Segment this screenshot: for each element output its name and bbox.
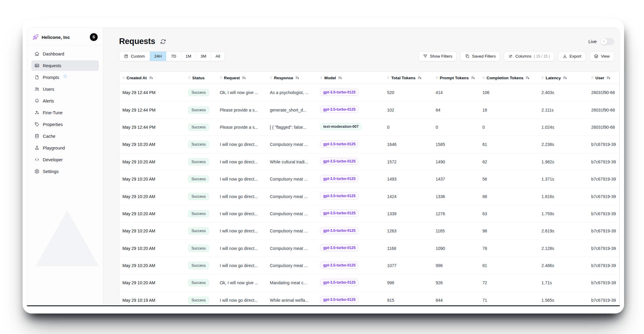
cell-total-tokens: 998 [384, 280, 433, 285]
drag-handle-icon[interactable]: ⠿ [436, 76, 438, 80]
show-filters-button[interactable]: Show Filters [418, 51, 457, 61]
column-header-request[interactable]: ⠿Request [217, 76, 267, 80]
cell-response: Compulsory meat ... [267, 142, 317, 147]
drag-handle-icon[interactable]: ⠿ [270, 76, 272, 80]
sidebar-item-users[interactable]: Users [31, 84, 99, 94]
table-row[interactable]: May 29 10:20 AMSuccessOk, I will now giv… [119, 274, 619, 291]
sidebar-divider [27, 45, 103, 46]
refresh-icon[interactable] [160, 39, 166, 45]
time-range-24h[interactable]: 24H [150, 52, 166, 61]
table-row[interactable]: May 29 12:44 PMSuccessPlease provide a s… [119, 101, 619, 118]
table-row[interactable]: May 29 10:20 AMSuccessI will now go dire… [119, 188, 619, 205]
column-header-status[interactable]: ⠿Status [185, 76, 217, 80]
sidebar-item-requests[interactable]: Requests [31, 60, 99, 71]
sort-icon[interactable] [242, 76, 246, 80]
drag-handle-icon[interactable]: ⠿ [591, 76, 593, 80]
column-header-user[interactable]: ⠿User [588, 76, 619, 80]
cell-status: Success [185, 193, 217, 200]
sort-icon[interactable] [338, 76, 343, 80]
cell-created-at: May 29 10:20 AM [119, 159, 185, 164]
export-button[interactable]: Export [558, 51, 586, 61]
column-header-completion-tokens[interactable]: ⠿Completion Tokens [479, 76, 538, 80]
time-range-7d[interactable]: 7D [166, 52, 181, 61]
drag-handle-icon[interactable]: ⠿ [320, 76, 322, 80]
column-header-model[interactable]: ⠿Model [317, 76, 384, 80]
cell-status: Success [185, 158, 217, 165]
table-row[interactable]: May 29 10:19 AMSuccessI will now go dire… [119, 292, 619, 305]
column-header-response[interactable]: ⠿Response [267, 76, 317, 80]
saved-filters-button[interactable]: Saved Filters [460, 51, 500, 61]
cell-latency: 2.111s [538, 108, 588, 112]
live-toggle[interactable] [600, 38, 614, 45]
table-row[interactable]: May 29 10:20 AMSuccessI will now go dire… [119, 136, 619, 153]
cell-completion-tokens: 72 [479, 280, 538, 285]
cell-user: b7c67919-39 [588, 246, 619, 251]
cell-created-at: May 29 10:20 AM [119, 228, 185, 233]
sort-icon[interactable] [149, 76, 153, 80]
time-range-1m[interactable]: 1M [181, 52, 196, 61]
sort-icon[interactable] [563, 76, 567, 80]
sidebar-item-developer[interactable]: Developer [31, 154, 99, 165]
time-range-all[interactable]: All [211, 52, 225, 61]
drag-handle-icon[interactable]: ⠿ [122, 76, 125, 80]
table-row[interactable]: May 29 12:44 PMSuccessPlease provide a s… [119, 119, 619, 136]
sidebar-item-settings[interactable]: Settings [31, 166, 99, 177]
column-header-created-at[interactable]: ⠿Created At [119, 76, 185, 80]
page-title: Requests [119, 37, 155, 46]
time-range-3m[interactable]: 3M [196, 52, 211, 61]
cell-response: As a psychologist, ... [267, 90, 317, 95]
sort-icon[interactable] [606, 76, 611, 80]
column-label: Created At [127, 76, 147, 80]
table-row[interactable]: May 29 12:44 PMSuccessOk, I will now giv… [119, 84, 619, 101]
cell-prompt-tokens: 1437 [433, 177, 479, 181]
cell-response: Compulsory meat ... [267, 211, 317, 216]
table-row[interactable]: May 29 10:20 AMSuccessI will now go dire… [119, 171, 619, 188]
button-label: View [601, 54, 610, 58]
sort-icon[interactable] [471, 76, 475, 80]
sort-icon[interactable] [526, 76, 530, 80]
table-row[interactable]: May 29 10:20 AMSuccessI will now go dire… [119, 205, 619, 222]
table-row[interactable]: May 29 10:20 AMSuccessI will now go dire… [119, 240, 619, 257]
cell-model: gpt-3.5-turbo-0125 [317, 227, 384, 235]
drag-handle-icon[interactable]: ⠿ [220, 76, 222, 80]
user-avatar[interactable]: S [90, 33, 98, 41]
database-icon [34, 134, 39, 139]
org-name[interactable]: Helicone, Inc [42, 35, 70, 40]
cell-user: b7c67919-39 [588, 263, 619, 268]
sidebar-item-properties[interactable]: Properties [31, 119, 99, 130]
cell-user: b7c67919-39 [588, 177, 619, 181]
column-header-prompt-tokens[interactable]: ⠿Prompt Tokens [433, 76, 479, 80]
column-header-latency[interactable]: ⠿Latency [538, 76, 588, 80]
cell-prompt-tokens: 0 [433, 125, 479, 130]
status-badge: Success [188, 124, 209, 131]
sidebar-item-dashboard[interactable]: Dashboard [31, 49, 99, 59]
sidebar-item-cache[interactable]: Cache [31, 131, 99, 141]
table-row[interactable]: May 29 10:20 AMSuccessI will now go dire… [119, 257, 619, 274]
sidebar-item-prompts[interactable]: Prompts [31, 72, 99, 83]
column-header-total-tokens[interactable]: ⠿Total Tokens [384, 76, 433, 80]
cell-response: Mandating meat c... [267, 280, 317, 285]
cell-total-tokens: 1493 [384, 177, 433, 181]
sort-icon[interactable] [418, 76, 422, 80]
view-button[interactable]: View [589, 51, 614, 61]
cell-status: Success [185, 245, 217, 252]
time-range-label: 3M [200, 54, 206, 58]
sort-icon[interactable] [295, 76, 300, 80]
model-badge: gpt-3.5-turbo-0125 [320, 227, 358, 234]
drag-handle-icon[interactable]: ⠿ [387, 76, 389, 80]
columns-button[interactable]: Columns( 15 / 15 ) [504, 51, 554, 61]
time-range-custom[interactable]: Custom [119, 52, 150, 61]
drag-handle-icon[interactable]: ⠿ [188, 76, 190, 80]
drag-handle-icon[interactable]: ⠿ [541, 76, 544, 80]
sidebar-item-alerts[interactable]: Alerts [31, 96, 99, 106]
cell-response: Compulsory meat ... [267, 177, 317, 181]
cell-prompt-tokens: 1090 [433, 246, 479, 251]
table-row[interactable]: May 29 10:20 AMSuccessI will now go dire… [119, 153, 619, 171]
table-row[interactable]: May 29 10:20 AMSuccessI will now go dire… [119, 222, 619, 240]
cell-response: Compulsory meat ... [267, 263, 317, 268]
sidebar-item-playground[interactable]: Playground [31, 143, 99, 153]
sidebar-item-fine-tune[interactable]: Fine-Tune [31, 107, 99, 118]
main-content: Requests Live Custom24H7D1M3MAll Show Fi… [103, 28, 620, 305]
cell-latency: 2.486s [538, 263, 588, 268]
drag-handle-icon[interactable]: ⠿ [482, 76, 485, 80]
